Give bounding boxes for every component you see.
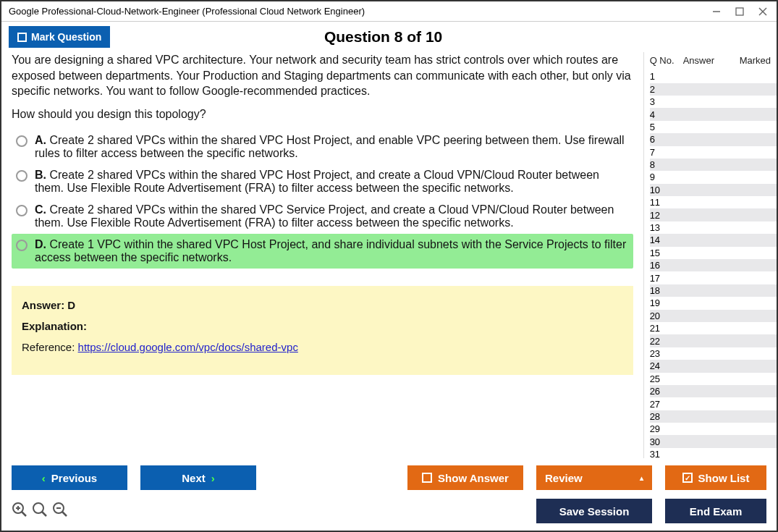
end-exam-button[interactable]: End Exam	[665, 499, 766, 523]
titlebar: Google Professional-Cloud-Network-Engine…	[1, 1, 777, 22]
checkbox-icon	[422, 473, 432, 483]
zoom-out-icon[interactable]	[52, 502, 68, 520]
question-list-row[interactable]: 4	[650, 108, 777, 120]
option-d[interactable]: D. Create 1 VPC within the shared VPC Ho…	[12, 234, 633, 269]
option-b[interactable]: B. Create 2 shared VPCs within the share…	[12, 164, 633, 199]
question-list-row[interactable]: 21	[650, 322, 777, 334]
question-list-row[interactable]: 14	[650, 234, 777, 246]
header-answer: Answer	[683, 55, 740, 66]
radio-icon[interactable]	[16, 240, 28, 251]
question-number: 5	[650, 122, 683, 132]
reference-link[interactable]: https://cloud.google.com/vpc/docs/shared…	[78, 341, 298, 353]
question-list-row[interactable]: 2	[650, 83, 777, 96]
show-list-button[interactable]: ✓ Show List	[665, 465, 766, 490]
window-title: Google Professional-Cloud-Network-Engine…	[6, 6, 711, 17]
question-list-row[interactable]: 27	[650, 397, 777, 410]
checkbox-icon	[17, 33, 27, 42]
question-list-row[interactable]: 13	[650, 221, 777, 234]
question-list-row[interactable]: 29	[650, 423, 777, 435]
question-list-row[interactable]: 8	[650, 159, 777, 171]
radio-icon[interactable]	[16, 205, 28, 216]
reference-line: Reference: https://cloud.google.com/vpc/…	[22, 341, 623, 353]
body: You are designing a shared VPC architect…	[1, 52, 777, 458]
question-panel: You are designing a shared VPC architect…	[1, 52, 643, 458]
options-list: A. Create 2 shared VPCs within the share…	[12, 130, 633, 269]
next-button[interactable]: Next ›	[140, 465, 256, 490]
zoom-reset-icon[interactable]	[12, 502, 28, 520]
question-number: 21	[650, 323, 683, 334]
radio-icon[interactable]	[16, 170, 28, 182]
toolbar: Mark Question Question 8 of 10	[1, 22, 777, 52]
question-list-row[interactable]: 3	[650, 96, 777, 108]
question-text-1: You are designing a shared VPC architect…	[12, 52, 633, 99]
close-icon[interactable]	[758, 7, 768, 17]
question-list-row[interactable]: 7	[650, 146, 777, 159]
option-a[interactable]: A. Create 2 shared VPCs within the share…	[12, 130, 633, 164]
show-answer-button[interactable]: Show Answer	[407, 465, 523, 490]
header-qno: Q No.	[650, 55, 683, 66]
next-label: Next	[182, 472, 206, 484]
question-number: 12	[650, 210, 683, 221]
question-number: 26	[650, 386, 683, 397]
end-exam-label: End Exam	[690, 505, 743, 518]
question-list-row[interactable]: 17	[650, 271, 777, 284]
show-list-label: Show List	[698, 472, 750, 484]
question-list-row[interactable]: 1	[650, 70, 777, 83]
question-number: 13	[650, 222, 683, 233]
question-list-row[interactable]: 19	[650, 297, 777, 309]
question-list-panel: Q No. Answer Marked 12345678910111213141…	[643, 52, 777, 458]
window-controls	[711, 7, 772, 17]
question-list-row[interactable]: 9	[650, 171, 777, 183]
question-list-row[interactable]: 30	[650, 435, 777, 447]
question-number: 20	[650, 311, 683, 321]
question-list-row[interactable]: 23	[650, 347, 777, 360]
button-row-1: ‹ Previous Next › Show Answer Review ▴ ✓…	[12, 465, 766, 490]
question-list-row[interactable]: 10	[650, 184, 777, 196]
zoom-in-icon[interactable]	[32, 502, 48, 520]
minimize-icon[interactable]	[711, 7, 722, 17]
svg-line-9	[42, 512, 46, 516]
question-list-row[interactable]: 31	[650, 448, 777, 458]
maximize-icon[interactable]	[735, 7, 745, 17]
question-list-row[interactable]: 11	[650, 196, 777, 208]
question-list-row[interactable]: 24	[650, 360, 777, 372]
question-list-row[interactable]: 15	[650, 247, 777, 259]
question-list[interactable]: 1234567891011121314151617181920212223242…	[644, 70, 777, 458]
question-list-row[interactable]: 25	[650, 373, 777, 385]
previous-button[interactable]: ‹ Previous	[12, 465, 127, 490]
question-list-row[interactable]: 18	[650, 284, 777, 297]
question-number: 14	[650, 235, 683, 245]
question-number: 24	[650, 360, 683, 371]
option-text: A. Create 2 shared VPCs within the share…	[35, 134, 629, 160]
question-number: 17	[650, 273, 683, 284]
question-number: 6	[650, 134, 683, 145]
question-number: 27	[650, 399, 683, 410]
question-number: 8	[650, 159, 683, 170]
question-list-row[interactable]: 26	[650, 385, 777, 397]
chevron-left-icon: ‹	[42, 472, 46, 484]
question-list-row[interactable]: 20	[650, 310, 777, 322]
option-c[interactable]: C. Create 2 shared VPCs within the share…	[12, 199, 633, 234]
question-list-row[interactable]: 28	[650, 410, 777, 423]
show-answer-label: Show Answer	[438, 472, 509, 484]
save-session-button[interactable]: Save Session	[536, 499, 652, 523]
radio-icon[interactable]	[16, 135, 28, 147]
question-number: 23	[650, 348, 683, 359]
question-list-row[interactable]: 16	[650, 259, 777, 271]
question-number: 28	[650, 411, 683, 422]
question-list-row[interactable]: 6	[650, 133, 777, 145]
question-number: 2	[650, 84, 683, 95]
answer-line: Answer: D	[22, 299, 75, 311]
review-button[interactable]: Review ▴	[536, 465, 652, 490]
question-list-row[interactable]: 5	[650, 121, 777, 133]
question-list-row[interactable]: 22	[650, 334, 777, 347]
explanation-label: Explanation:	[22, 320, 87, 332]
mark-question-button[interactable]: Mark Question	[9, 26, 110, 48]
svg-line-11	[62, 512, 67, 516]
question-number: 19	[650, 297, 683, 308]
question-number: 10	[650, 185, 683, 195]
answer-box: Answer: D Explanation: Reference: https:…	[12, 286, 633, 375]
question-list-header: Q No. Answer Marked	[644, 52, 777, 70]
question-number: 15	[650, 248, 683, 258]
question-list-row[interactable]: 12	[650, 208, 777, 221]
